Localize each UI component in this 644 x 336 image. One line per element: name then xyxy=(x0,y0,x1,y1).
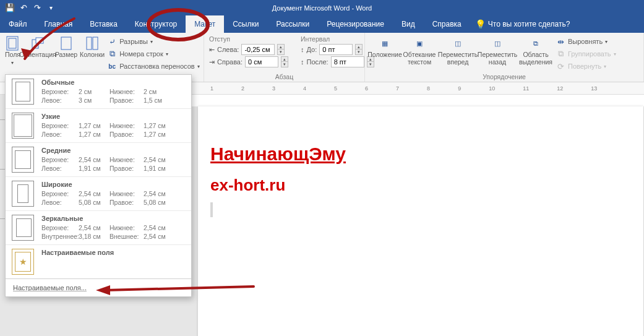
menu-layout[interactable]: Макет xyxy=(186,15,224,33)
spin-up[interactable]: ▴ xyxy=(277,44,285,50)
margins-button[interactable]: Поля ▾ xyxy=(5,35,20,66)
svg-rect-4 xyxy=(61,37,71,50)
margins-option-mirrored[interactable]: ЗеркальныеВерхнее:2,54 смНижнее:2,54 смВ… xyxy=(6,211,191,245)
group-arrange: ▦Положение ▣Обтекание текстом ◫Перемести… xyxy=(365,33,644,82)
indent-left-icon: ⇤ xyxy=(209,46,215,54)
redo-icon[interactable]: ↷ xyxy=(32,3,42,13)
bulb-icon: 💡 xyxy=(475,19,486,29)
interval-heading: Интервал xyxy=(301,35,374,43)
wrap-icon: ▣ xyxy=(413,37,426,50)
group-paragraph: Отступ ⇤Слева:▴▾ ⇥Справа:▴▾ Интервал ↕До… xyxy=(204,33,365,82)
hyphenation-button[interactable]: bcРасстановка переносов▾ xyxy=(107,61,199,71)
bring-forward-button[interactable]: ◫Переместить вперед xyxy=(439,35,476,66)
menu-file[interactable]: Файл xyxy=(0,15,36,33)
menu-help[interactable]: Справка xyxy=(424,15,470,33)
columns-button[interactable]: Колонки xyxy=(80,35,105,59)
spin-down[interactable]: ▾ xyxy=(277,50,285,55)
qat-customize-icon[interactable]: ▾ xyxy=(46,3,56,13)
title-bar: 💾 ↶ ↷ ▾ Документ Microsoft Word - Word xyxy=(0,0,644,15)
margins-option-custom-preset[interactable]: ★ Настраиваемые поля xyxy=(6,245,191,279)
position-icon: ▦ xyxy=(378,37,392,50)
menu-review[interactable]: Рецензирование xyxy=(318,15,393,33)
spacing-after-icon: ↕ xyxy=(301,58,304,66)
align-button[interactable]: ⇹Выровнять▾ xyxy=(556,37,616,46)
position-button[interactable]: ▦Положение xyxy=(370,35,400,59)
indent-right-icon: ⇥ xyxy=(209,58,215,66)
group-objects-button[interactable]: ⧉Группировать▾ xyxy=(556,49,616,59)
margins-option-normal[interactable]: ОбычныеВерхнее:2 смНижнее:2 смЛевое:3 см… xyxy=(6,75,191,109)
menu-design[interactable]: Конструктор xyxy=(126,15,186,33)
margins-preset-icon xyxy=(12,113,34,139)
indent-left-input[interactable] xyxy=(241,44,275,55)
spin-down[interactable]: ▾ xyxy=(281,62,288,67)
tell-me-label: Что вы хотите сделать? xyxy=(488,20,570,28)
margins-preset-icon xyxy=(12,215,34,241)
breaks-icon: ⤶ xyxy=(107,37,117,46)
document-heading[interactable]: НачинающЭму xyxy=(210,144,346,165)
text-cursor xyxy=(210,202,213,217)
selection-pane-button[interactable]: ⧉Область выделения xyxy=(518,35,553,66)
margins-preset-icon xyxy=(12,79,34,105)
breaks-button[interactable]: ⤶Разрывы▾ xyxy=(107,37,199,46)
forward-icon: ◫ xyxy=(451,37,465,50)
paragraph-group-label: Абзац xyxy=(209,73,359,80)
save-icon[interactable]: 💾 xyxy=(5,3,15,13)
menu-insert[interactable]: Вставка xyxy=(81,15,126,33)
svg-rect-6 xyxy=(93,37,98,50)
line-numbers-icon: ⧉ xyxy=(107,49,117,59)
svg-rect-3 xyxy=(36,38,43,43)
spacing-before-icon: ↕ xyxy=(301,46,304,53)
spin-down[interactable]: ▾ xyxy=(355,50,363,55)
quick-access-toolbar: 💾 ↶ ↷ ▾ xyxy=(0,3,56,13)
margins-option-moderate[interactable]: СредниеВерхнее:2,54 смНижнее:2,54 смЛево… xyxy=(6,143,191,177)
menu-mailings[interactable]: Рассылки xyxy=(267,15,318,33)
svg-rect-5 xyxy=(87,37,92,50)
size-icon xyxy=(59,37,73,50)
undo-icon[interactable]: ↶ xyxy=(19,3,28,13)
group-icon: ⧉ xyxy=(556,49,565,59)
margins-dropdown: ОбычныеВерхнее:2 смНижнее:2 смЛевое:3 см… xyxy=(5,74,192,297)
menu-view[interactable]: Вид xyxy=(393,15,424,33)
custom-margins-link[interactable]: Настраиваемые поля... xyxy=(6,279,191,296)
margins-preset-icon xyxy=(12,181,34,207)
margins-preset-icon xyxy=(12,147,34,173)
wrap-text-button[interactable]: ▣Обтекание текстом xyxy=(402,35,437,66)
orientation-button[interactable]: Ориентация xyxy=(23,35,53,59)
rotate-icon: ⟳ xyxy=(556,61,565,71)
svg-rect-1 xyxy=(9,38,16,48)
send-backward-button[interactable]: ◫Переместить назад xyxy=(479,35,516,66)
menu-home[interactable]: Главная xyxy=(36,15,82,33)
selection-icon: ⧉ xyxy=(529,37,543,50)
space-after-input[interactable] xyxy=(331,56,364,67)
margins-option-wide[interactable]: ШирокиеВерхнее:2,54 смНижнее:2,54 смЛево… xyxy=(6,177,191,211)
menu-references[interactable]: Ссылки xyxy=(224,15,267,33)
tell-me-search[interactable]: 💡 Что вы хотите сделать? xyxy=(470,19,575,29)
spin-up[interactable]: ▴ xyxy=(355,44,363,50)
chevron-down-icon: ▾ xyxy=(11,60,14,66)
line-numbers-button[interactable]: ⧉Номера строк▾ xyxy=(107,49,199,59)
indent-heading: Отступ xyxy=(209,35,288,43)
document-page[interactable]: НачинающЭму ex-hort.ru xyxy=(198,106,643,336)
orientation-icon xyxy=(31,37,45,50)
window-title: Документ Microsoft Word - Word xyxy=(272,4,372,12)
margins-option-narrow[interactable]: УзкиеВерхнее:1,27 смНижнее:1,27 смЛевое:… xyxy=(6,109,191,143)
custom-margins-icon: ★ xyxy=(12,249,34,275)
rotate-button[interactable]: ⟳Повернуть▾ xyxy=(556,61,616,71)
hyphenation-icon: bc xyxy=(107,61,117,71)
backward-icon: ◫ xyxy=(491,37,504,50)
size-button[interactable]: Размер xyxy=(55,35,77,59)
spin-up[interactable]: ▴ xyxy=(281,56,288,62)
menu-bar: Файл Главная Вставка Конструктор Макет С… xyxy=(0,15,644,33)
margins-icon xyxy=(6,37,19,50)
document-subheading[interactable]: ex-hort.ru xyxy=(210,176,285,195)
columns-icon xyxy=(85,37,99,50)
indent-right-input[interactable] xyxy=(245,56,278,67)
align-icon: ⇹ xyxy=(556,37,565,46)
space-before-input[interactable] xyxy=(319,44,353,55)
arrange-group-label: Упорядочение xyxy=(370,73,638,80)
